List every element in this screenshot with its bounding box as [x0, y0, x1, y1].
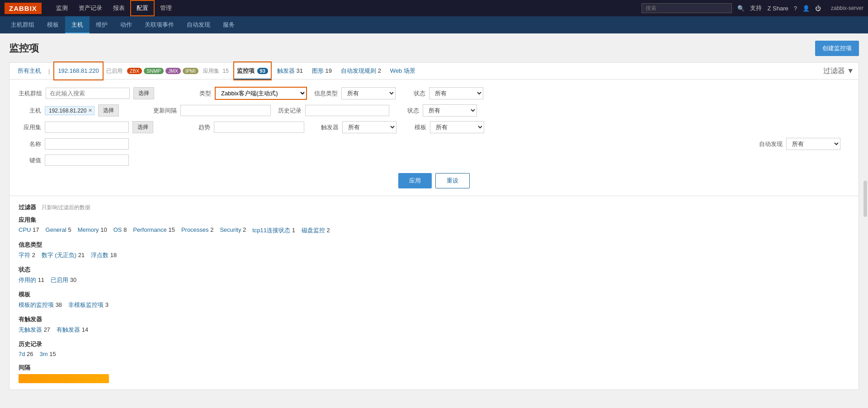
page-title: 监控项 — [9, 42, 39, 55]
tabs-area: 所有主机 | 192.168.81.220 已启用 ZBX SNMP JMX I… — [9, 62, 859, 80]
no-triggers-link[interactable]: 无触发器 — [19, 326, 42, 333]
subnav-actions[interactable]: 动作 — [114, 16, 138, 33]
app-processes-link[interactable]: Processes — [181, 226, 209, 233]
non-template-items-link[interactable]: 非模板监控项 — [68, 301, 104, 308]
host-group-input[interactable] — [46, 88, 130, 99]
subnav-event-correlation[interactable]: 关联项事件 — [138, 16, 180, 33]
status-select-2[interactable]: 所有 — [423, 104, 477, 117]
key-label: 键值 — [19, 156, 41, 164]
key-input[interactable] — [45, 155, 129, 166]
history-field: 历史记录 — [278, 105, 389, 116]
reset-button[interactable]: 重设 — [435, 173, 470, 188]
host-group-select-button[interactable]: 选择 — [133, 87, 154, 99]
apps-count: 15 — [223, 68, 229, 74]
subnav-maintenance[interactable]: 维护 — [90, 16, 114, 33]
update-interval-label: 更新间隔 — [153, 107, 177, 115]
tab-graphs[interactable]: 图形 19 — [308, 62, 335, 80]
discovery-count: 2 — [378, 67, 381, 74]
trend-input[interactable] — [214, 122, 304, 133]
filter-row-4: 名称 自动发现 所有 — [19, 138, 849, 150]
info-float-count: 18 — [110, 252, 117, 258]
subnav-host-groups[interactable]: 主机群组 — [5, 16, 41, 33]
info-float-link[interactable]: 浮点数 — [91, 252, 108, 258]
info-type-field: 信息类型 所有 — [314, 87, 396, 99]
info-type-label: 信息类型 — [314, 89, 338, 98]
share-icon[interactable]: Z Share — [767, 5, 788, 12]
list-item: 无触发器 27 — [19, 326, 50, 334]
summary-template-links: 模板的监控项 38 非模板监控项 3 — [19, 301, 849, 309]
search-icon[interactable]: 🔍 — [737, 5, 745, 12]
global-search-input[interactable] — [642, 3, 732, 13]
summary-app-set: 应用集 CPU 17 General 5 Memory 10 OS 8 — [19, 216, 849, 234]
info-type-select[interactable]: 所有 — [341, 87, 396, 99]
app-general-link[interactable]: General — [46, 226, 66, 233]
host-tag-input: 192.168.81.220 ✕ — [45, 106, 94, 115]
interval-bar — [19, 374, 109, 383]
subnav-hosts[interactable]: 主机 — [65, 16, 90, 33]
app-set-input[interactable] — [45, 122, 129, 133]
app-set-field: 应用集 选择 — [19, 121, 153, 133]
info-num-link[interactable]: 数字 (无正负) — [42, 252, 76, 258]
app-disk-link[interactable]: 磁盘监控 — [302, 227, 325, 234]
tab-all-hosts[interactable]: 所有主机 — [14, 62, 45, 80]
subnav-templates[interactable]: 模板 — [41, 16, 65, 33]
app-tcp-link[interactable]: tcp11连接状态 — [252, 227, 290, 234]
template-items-link[interactable]: 模板的监控项 — [19, 301, 54, 308]
history-7d-link[interactable]: 7d — [19, 351, 25, 357]
nav-item-admin[interactable]: 管理 — [155, 0, 177, 16]
tab-web[interactable]: Web 场景 — [387, 62, 419, 80]
type-select[interactable]: Zabbix客户端(主动式) — [216, 88, 306, 99]
filter-toggle-button[interactable]: 过滤器 ▼ — [823, 66, 854, 76]
app-memory-count: 10 — [100, 226, 107, 233]
apply-button[interactable]: 应用 — [398, 173, 432, 188]
info-char-link[interactable]: 字符 — [19, 252, 30, 258]
create-item-button[interactable]: 创建监控项 — [815, 41, 859, 56]
tab-items[interactable]: 监控项 93 — [234, 62, 271, 80]
no-triggers-count: 27 — [44, 326, 50, 333]
nav-item-assets[interactable]: 资产记录 — [73, 0, 108, 16]
tab-triggers[interactable]: 触发器 31 — [274, 62, 307, 80]
template-select[interactable]: 所有 — [430, 121, 484, 133]
support-link[interactable]: 支持 — [750, 4, 762, 12]
has-triggers-link[interactable]: 有触发器 — [57, 326, 80, 333]
status-field-2: 状态 所有 — [396, 104, 477, 117]
nav-item-config[interactable]: 配置 — [130, 0, 155, 16]
nav-item-reports[interactable]: 报表 — [108, 0, 130, 16]
scrollbar-thumb[interactable] — [863, 181, 867, 217]
list-item: tcp11连接状态 1 — [252, 226, 295, 234]
info-num-count: 21 — [78, 252, 85, 258]
app-set-label: 应用集 — [19, 123, 41, 131]
tab-discovery[interactable]: 自动发现规则 2 — [337, 62, 385, 80]
auto-discovery-select[interactable]: 所有 — [786, 138, 840, 150]
list-item: 已启用 30 — [51, 276, 76, 284]
status-enabled-link[interactable]: 已启用 — [51, 277, 68, 283]
app-os-link[interactable]: OS — [113, 226, 122, 233]
triggers-select[interactable]: 所有 — [342, 121, 396, 133]
tab-host-ip[interactable]: 192.168.81.220 — [56, 62, 100, 80]
filter-summary-title: 过滤器 — [19, 204, 36, 211]
app-set-select-button[interactable]: 选择 — [132, 121, 153, 133]
nav-item-monitor[interactable]: 监测 — [51, 0, 73, 16]
app-performance-link[interactable]: Performance — [133, 226, 166, 233]
history-input[interactable] — [305, 105, 389, 116]
logout-icon[interactable]: ⏻ — [815, 5, 821, 12]
help-icon[interactable]: ? — [794, 5, 797, 12]
app-security-link[interactable]: Security — [220, 226, 241, 233]
list-item: Performance 15 — [133, 226, 175, 234]
host-select-button[interactable]: 选择 — [98, 104, 119, 117]
app-memory-link[interactable]: Memory — [78, 226, 99, 233]
name-input[interactable] — [45, 138, 129, 150]
user-icon[interactable]: 👤 — [802, 5, 810, 12]
summary-history-title: 历史记录 — [19, 340, 849, 348]
update-interval-field: 更新间隔 — [153, 105, 271, 116]
summary-template-title: 模板 — [19, 291, 849, 299]
host-tag-remove[interactable]: ✕ — [88, 108, 92, 113]
update-interval-input[interactable] — [180, 105, 271, 116]
history-3m-link[interactable]: 3m — [40, 351, 48, 357]
subnav-services[interactable]: 服务 — [217, 16, 241, 33]
auto-discovery-field: 自动发现 所有 — [759, 138, 840, 150]
status-select[interactable]: 所有 — [429, 87, 483, 99]
status-disabled-link[interactable]: 停用的 — [19, 277, 36, 283]
app-cpu-link[interactable]: CPU — [19, 226, 31, 233]
subnav-auto-discovery[interactable]: 自动发现 — [180, 16, 217, 33]
